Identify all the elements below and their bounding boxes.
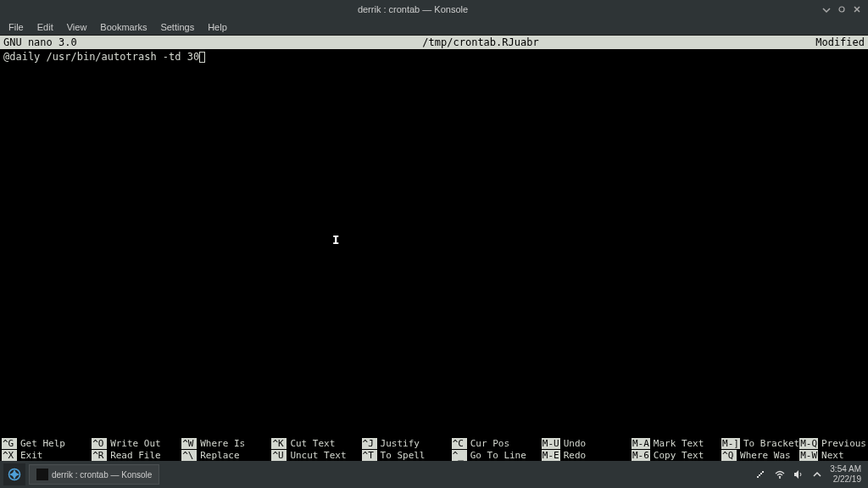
shortcut-label: Uncut Text (290, 450, 346, 461)
shortcut-key: ^_ (452, 450, 467, 461)
shortcut-exit: ^XExit (2, 449, 92, 461)
shortcut-key: ^O (92, 438, 107, 449)
shortcut-key: ^G (2, 438, 17, 449)
text-cursor (199, 52, 205, 63)
menu-settings[interactable]: Settings (155, 20, 199, 34)
shortcut-read-file: ^RRead File (92, 449, 181, 461)
shortcut-label: Justify (381, 438, 420, 449)
shortcut-key: M-U (542, 438, 560, 449)
menu-edit[interactable]: Edit (32, 20, 58, 34)
shortcut-label: Where Is (200, 438, 245, 449)
taskbar-item-label: derrik : crontab — Konsole (52, 470, 152, 480)
shortcut-key: ^J (362, 438, 377, 449)
shortcut-label: Previous (821, 438, 866, 449)
shortcut-mark-text: M-AMark Text (632, 437, 721, 449)
nano-version: GNU nano 3.0 (0, 36, 170, 49)
minimize-button[interactable] (821, 3, 832, 15)
svg-point-2 (779, 477, 781, 479)
shortcut-key: ^\ (181, 450, 197, 461)
shortcut-get-help: ^GGet Help (2, 437, 92, 449)
svg-point-0 (839, 7, 844, 12)
shortcut-key: M-] (721, 438, 740, 449)
shortcut-key: ^R (92, 450, 107, 461)
menu-file[interactable]: File (3, 20, 29, 34)
shortcut-label: Mark Text (654, 438, 704, 449)
network-icon[interactable] (755, 469, 767, 480)
shortcut-cut-text: ^KCut Text (271, 437, 361, 449)
shortcut-where-was: ^QWhere Was (721, 449, 799, 461)
konsole-icon (36, 469, 48, 480)
shortcut-to-bracket: M-]To Bracket (721, 437, 799, 449)
volume-icon[interactable] (793, 469, 804, 480)
chevron-up-icon[interactable] (811, 469, 823, 480)
shortcut-next: M-WNext (799, 449, 866, 461)
shortcut-redo: M-ERedo (542, 449, 632, 461)
editor-content: @daily /usr/bin/autotrash -td 30 (3, 51, 199, 63)
wifi-icon[interactable] (774, 469, 786, 480)
window-titlebar: derrik : crontab — Konsole (0, 0, 868, 19)
window-title: derrik : crontab — Konsole (5, 4, 821, 14)
shortcut-label: Get Help (20, 438, 65, 449)
shortcut-label: Next (821, 450, 844, 461)
mouse-ibeam-cursor: I (332, 234, 339, 246)
shortcut-cur-pos: ^CCur Pos (452, 437, 542, 449)
shortcut-key: M-W (799, 450, 818, 461)
shortcut-label: Cut Text (290, 438, 335, 449)
shortcut-key: M-Q (799, 438, 818, 449)
shortcut-write-out: ^OWrite Out (92, 437, 181, 449)
shortcut-label: Go To Line (470, 450, 526, 461)
shortcut-label: Write Out (110, 438, 161, 449)
maximize-button[interactable] (836, 3, 848, 15)
taskbar-clock[interactable]: 3:54 AM 2/22/19 (830, 464, 865, 485)
shortcut-key: ^Q (721, 450, 737, 461)
close-button[interactable] (851, 3, 863, 15)
shortcut-key: ^C (452, 438, 467, 449)
shortcut-label: Read File (110, 450, 161, 461)
taskbar: derrik : crontab — Konsole 3:54 AM 2/22/… (0, 461, 868, 488)
shortcut-label: Redo (564, 450, 587, 461)
nano-header: GNU nano 3.0 /tmp/crontab.RJuabr Modifie… (0, 36, 868, 49)
shortcut-label: Undo (564, 438, 587, 449)
taskbar-item-konsole[interactable]: derrik : crontab — Konsole (29, 464, 159, 485)
shortcut-label: Copy Text (654, 450, 704, 461)
system-tray: 3:54 AM 2/22/19 (755, 464, 865, 485)
shortcut-key: ^W (181, 438, 197, 449)
editor-area[interactable]: @daily /usr/bin/autotrash -td 30 I (0, 49, 868, 437)
menubar: File Edit View Bookmarks Settings Help (0, 19, 868, 36)
shortcut-key: M-6 (632, 450, 650, 461)
shortcut-justify: ^JJustify (362, 437, 452, 449)
clock-time: 3:54 AM (830, 464, 861, 474)
shortcut-label: Replace (200, 450, 239, 461)
shortcut-go-to-line: ^_Go To Line (452, 449, 542, 461)
nano-filename: /tmp/crontab.RJuabr (170, 36, 792, 49)
shortcut-to-spell: ^TTo Spell (362, 449, 452, 461)
window-controls (821, 3, 863, 15)
shortcut-previous: M-QPrevious (799, 437, 866, 449)
shortcut-key: ^T (362, 450, 377, 461)
shortcut-label: Exit (20, 450, 43, 461)
menu-view[interactable]: View (62, 20, 92, 34)
shortcut-key: ^K (271, 438, 287, 449)
shortcut-copy-text: M-6Copy Text (632, 449, 721, 461)
start-button[interactable] (3, 463, 25, 485)
shortcut-key: ^X (2, 450, 17, 461)
menu-bookmarks[interactable]: Bookmarks (95, 20, 152, 34)
shortcut-key: M-A (632, 438, 650, 449)
shortcut-where-is: ^WWhere Is (181, 437, 271, 449)
shortcut-label: To Bracket (743, 438, 799, 449)
shortcut-label: Cur Pos (470, 438, 509, 449)
shortcut-undo: M-UUndo (542, 437, 632, 449)
nano-shortcut-bar: ^GGet Help^XExit^OWrite Out^RRead File^W… (0, 437, 868, 461)
shortcut-label: To Spell (381, 450, 426, 461)
clock-date: 2/22/19 (830, 474, 861, 485)
shortcut-uncut-text: ^UUncut Text (271, 449, 361, 461)
shortcut-key: ^U (271, 450, 287, 461)
nano-status: Modified (792, 36, 868, 49)
menu-help[interactable]: Help (203, 20, 232, 34)
shortcut-replace: ^\Replace (181, 449, 271, 461)
shortcut-label: Where Was (740, 450, 791, 461)
shortcut-key: M-E (542, 450, 560, 461)
